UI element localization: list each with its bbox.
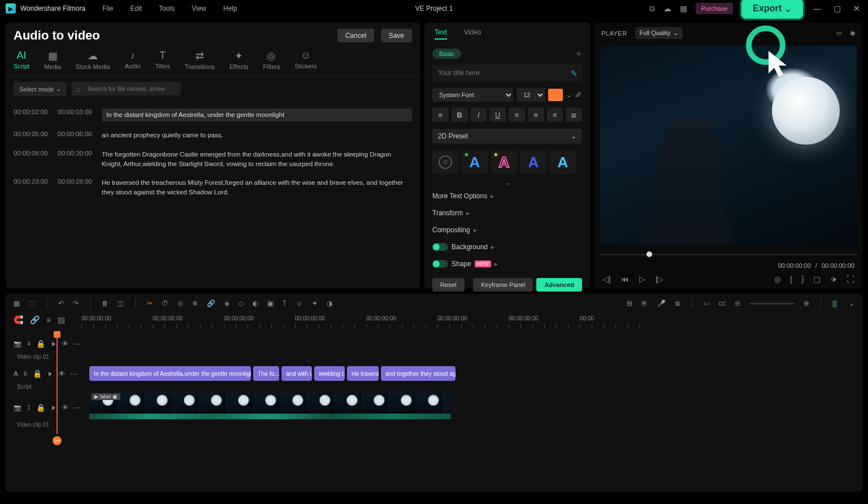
more-icon[interactable]: ⋯ — [73, 340, 81, 348]
font-family-dropdown[interactable]: System Font — [432, 88, 513, 102]
purchase-button[interactable]: Purchase — [696, 3, 733, 14]
underline-button[interactable]: U — [489, 107, 506, 122]
compositing-section[interactable]: Compositing▸ — [424, 221, 590, 238]
lock-icon[interactable]: 🔒 — [36, 340, 45, 348]
expand-presets[interactable]: ⌄ — [424, 177, 590, 188]
shield-icon[interactable]: ⛨ — [641, 299, 648, 307]
screenshot-icon[interactable]: ⧉ — [649, 4, 655, 14]
script-row[interactable]: 00:00:23:0000:00:28:00He traversed the t… — [14, 173, 412, 202]
text-t-icon[interactable]: T — [283, 299, 287, 307]
title-input[interactable]: Your title here ✎ — [432, 64, 582, 81]
redo-icon[interactable]: ↷ — [73, 299, 79, 307]
advanced-button[interactable]: Advanced — [536, 278, 582, 292]
link-icon[interactable]: 🔗 — [30, 315, 40, 331]
link-icon[interactable]: 🔗 — [207, 299, 215, 307]
apps-icon[interactable]: ▦ — [680, 4, 687, 13]
align-right-button[interactable]: ≡ — [547, 107, 563, 122]
tab-video[interactable]: Video — [464, 28, 481, 40]
selection-icon[interactable]: ⬚ — [29, 299, 35, 307]
more-icon[interactable]: ⋯ — [73, 403, 81, 412]
audio-icon[interactable]: ≣ — [675, 299, 680, 307]
menu-edit[interactable]: Edit — [131, 5, 142, 12]
video-clip[interactable] — [89, 392, 451, 419]
marker-icon[interactable]: ◈ — [224, 299, 229, 307]
script-clip[interactable]: In the distant kingdom of Aestrella,unde… — [89, 366, 251, 381]
script-clip[interactable]: The fo... — [253, 366, 279, 381]
bold-button[interactable]: B — [452, 107, 468, 122]
magnet-icon[interactable]: 🧲 — [14, 315, 23, 331]
tab-media[interactable]: ▦Media — [44, 50, 61, 70]
zoom-in-icon[interactable]: ⊕ — [804, 299, 809, 307]
eyedropper-icon[interactable]: ✐ — [575, 90, 582, 99]
script-clip[interactable]: and with i... — [281, 366, 312, 381]
mixer-icon[interactable]: ⊞ — [627, 299, 632, 307]
export-button[interactable]: Export⌄ — [741, 0, 803, 19]
speed-icon[interactable]: ⏱ — [162, 299, 168, 307]
video-preview[interactable] — [600, 46, 857, 245]
preset-a3[interactable]: A — [520, 150, 546, 174]
indent-button[interactable]: ≡ — [432, 107, 449, 122]
color-swatch[interactable] — [548, 89, 563, 101]
preview-icon[interactable]: ◉ — [850, 29, 856, 37]
tab-stickers[interactable]: ☺Stickers — [294, 50, 316, 70]
align-center-button[interactable]: ≡ — [528, 107, 544, 122]
tab-script[interactable]: AIScript — [14, 50, 29, 70]
playhead[interactable] — [57, 332, 58, 434]
preset-a2[interactable]: A★ — [491, 150, 517, 174]
keyframe-icon[interactable]: ◇ — [238, 299, 244, 307]
mask-icon[interactable]: ◐ — [253, 299, 258, 307]
zoom-out-icon[interactable]: ⊖ — [735, 299, 740, 307]
mute-icon[interactable]: 🕨 — [46, 370, 54, 378]
menu-tools[interactable]: Tools — [159, 5, 175, 12]
script-row[interactable]: 00:00:02:0000:00:03:00In the distant kin… — [14, 104, 412, 126]
align-icon[interactable]: ≡ — [46, 315, 51, 331]
zoom-slider[interactable] — [749, 303, 795, 305]
undo-icon[interactable]: ↶ — [58, 299, 64, 307]
edit-icon[interactable]: ✎ — [571, 69, 578, 78]
menu-view[interactable]: View — [192, 5, 206, 12]
tab-filters[interactable]: ◎Filters — [263, 50, 280, 70]
play-button[interactable]: ▷ — [639, 275, 645, 284]
script-clip[interactable]: He travers... — [347, 366, 379, 381]
delete-icon[interactable]: 🗑 — [102, 299, 108, 307]
tab-effects[interactable]: ✦Effects — [229, 50, 248, 70]
script-clip[interactable]: and together they stood agai... — [381, 366, 455, 381]
preset-a4[interactable]: A — [550, 150, 576, 174]
mic-icon[interactable]: 🎤 — [657, 299, 666, 307]
next-frame-button[interactable]: |▷ — [656, 275, 664, 284]
ratio-icon[interactable]: ▭ — [836, 29, 842, 37]
basic-chip[interactable]: Basic — [432, 49, 461, 59]
reset-button[interactable]: Reset — [432, 278, 465, 292]
script-row[interactable]: 00:00:05:0000:00:06:00an ancient prophec… — [14, 126, 412, 145]
preset-a1[interactable]: A★ — [462, 150, 488, 174]
keyframe-panel-button[interactable]: Keyframe Panel — [473, 278, 533, 292]
tab-audio[interactable]: ♪Audio — [125, 50, 141, 70]
clip-label-tag[interactable]: ▶ label ▣ — [92, 393, 120, 400]
sticker-tl-icon[interactable]: ☺ — [296, 299, 302, 307]
volume-icon[interactable]: 🕩 — [830, 275, 837, 284]
search-input[interactable] — [71, 82, 181, 95]
step-back-button[interactable]: ⏮ — [621, 275, 629, 284]
chevron-down-icon[interactable]: ⌄ — [566, 91, 572, 99]
crop-icon[interactable]: ◫ — [118, 299, 124, 307]
layers-icon[interactable]: ▤ — [58, 315, 65, 331]
transform-section[interactable]: Transform▸ — [424, 205, 590, 221]
font-size-dropdown[interactable]: 12 — [517, 88, 545, 102]
seek-bar[interactable] — [600, 247, 857, 261]
prev-frame-button[interactable]: ◁| — [602, 275, 611, 284]
eye-icon[interactable]: 👁 — [62, 403, 69, 412]
equalizer-icon[interactable]: ||| — [832, 299, 837, 307]
timeline-ruler[interactable]: 00:00:00:0000:00:00:0000:00:00:0000:00:0… — [81, 315, 854, 331]
ai-magic-icon[interactable]: ✧ — [575, 49, 582, 58]
script-row[interactable]: 00:00:08:0000:00:20:00The forgotten Drag… — [14, 145, 412, 174]
tab-titles[interactable]: TTitles — [155, 50, 170, 70]
shape-toggle[interactable] — [432, 260, 448, 268]
effect-tl-icon[interactable]: ✦ — [312, 299, 318, 307]
fullscreen-icon[interactable]: ⛶ — [847, 275, 854, 284]
cloud-icon[interactable]: ☁ — [663, 4, 671, 13]
layout-icon[interactable]: ▦ — [14, 299, 20, 307]
maximize-icon[interactable]: ▢ — [831, 4, 843, 13]
adj-icon[interactable]: ◑ — [327, 299, 332, 307]
more-text-options[interactable]: More Text Options▸ — [424, 188, 590, 205]
cancel-button[interactable]: Cancel — [337, 29, 374, 42]
